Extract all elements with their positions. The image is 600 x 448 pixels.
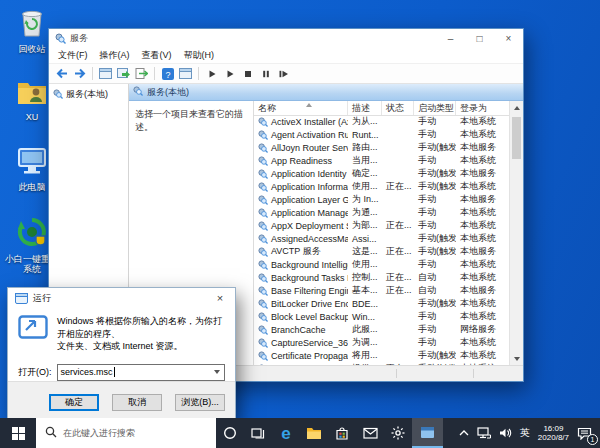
cancel-button[interactable]: 取消	[112, 394, 162, 411]
column-header-0[interactable]: 名称	[254, 101, 348, 115]
table-row[interactable]: Agent Activation Runtime...Runt...手动本地系统	[254, 128, 510, 141]
table-row[interactable]: AppX Deployment Servic...为部...正在...手动本地系…	[254, 219, 510, 232]
ok-button[interactable]: 确定	[49, 394, 99, 411]
table-row[interactable]: Background Tasks Infras...控制...正在...自动本地…	[254, 271, 510, 284]
service-cell: 本地系统	[456, 115, 510, 128]
resume-icon[interactable]	[276, 66, 291, 81]
service-gear-icon	[258, 338, 268, 348]
scroll-up-icon[interactable]	[510, 101, 523, 114]
table-row[interactable]: CaptureService_361b6为调...手动本地系统	[254, 336, 510, 349]
forward-icon[interactable]	[72, 66, 87, 81]
column-header-2[interactable]: 状态	[382, 101, 414, 115]
tray-chevron-up-icon[interactable]	[455, 418, 473, 448]
close-icon[interactable]: ×	[205, 288, 235, 308]
column-header-3[interactable]: 启动类型	[414, 101, 456, 115]
services-node-icon	[133, 86, 143, 98]
run-message: Windows 将根据你所输入的名称，为你打开相应的程序、 文件夹、文档或 In…	[57, 315, 225, 353]
volume-icon[interactable]	[495, 418, 516, 448]
help-icon[interactable]: ?	[160, 66, 175, 81]
ime-language-indicator[interactable]: 英	[516, 418, 534, 448]
mail-button[interactable]	[356, 418, 384, 448]
service-cell: 将用...	[348, 349, 382, 362]
services-local-header[interactable]: 服务(本地)	[129, 84, 523, 101]
stop-icon[interactable]	[240, 66, 255, 81]
taskbar-services-app-button[interactable]	[412, 418, 443, 448]
this-pc-icon	[16, 146, 48, 180]
menu-item-0[interactable]: 文件(F)	[53, 49, 93, 62]
table-row[interactable]: ActiveX Installer (AxInstSV)为从...手动本地系统	[254, 115, 510, 128]
minimize-icon[interactable]: –	[436, 29, 465, 48]
console-icon[interactable]	[178, 66, 193, 81]
menu-item-3[interactable]: 帮助(H)	[179, 49, 220, 62]
table-row[interactable]: Application Layer Gatewa...为 In...手动本地服务	[254, 193, 510, 206]
service-name-cell: App Readiness	[254, 156, 348, 166]
start-button[interactable]	[0, 418, 36, 448]
settings-button[interactable]	[384, 418, 412, 448]
table-row[interactable]: Certificate Propagation将用...手动(触发...本地系统	[254, 349, 510, 362]
play-icon[interactable]	[222, 66, 237, 81]
cortana-button[interactable]	[216, 418, 244, 448]
services-app-icon	[55, 33, 66, 44]
pause-icon[interactable]	[258, 66, 273, 81]
table-row[interactable]: App Readiness当用...手动本地系统	[254, 154, 510, 167]
network-icon[interactable]	[473, 418, 495, 448]
table-row[interactable]: AllJoyn Router Service路由...手动(触发...本地服务	[254, 141, 510, 154]
tree-item-services-local[interactable]: 服务(本地)	[49, 87, 128, 102]
service-gear-icon	[258, 117, 268, 127]
sort-ascending-icon	[306, 103, 312, 107]
service-cell: 本地服务	[456, 284, 510, 297]
vertical-scrollbar[interactable]	[509, 101, 523, 365]
table-row[interactable]: Application Management为通...手动本地系统	[254, 206, 510, 219]
combo-dropdown-icon[interactable]	[210, 365, 224, 380]
service-cell: 手动	[414, 310, 456, 323]
services-titlebar[interactable]: 服务 – □ ×	[49, 29, 523, 48]
service-cell: 手动	[414, 128, 456, 141]
play-icon[interactable]	[204, 66, 219, 81]
table-row[interactable]: AssignedAccessManager...Assi...手动(触发...本…	[254, 232, 510, 245]
svg-text:?: ?	[165, 69, 170, 79]
column-header-1[interactable]: 描述	[348, 101, 382, 115]
service-cell: 本地系统	[456, 232, 510, 245]
browse-button[interactable]: 浏览(B)...	[175, 394, 225, 411]
run-dialog-icon	[18, 315, 48, 353]
scroll-down-icon[interactable]	[510, 352, 523, 365]
service-cell: 使用...	[348, 180, 382, 193]
task-view-button[interactable]	[244, 418, 272, 448]
maximize-icon[interactable]: □	[465, 29, 494, 48]
service-cell: 本地服务	[456, 167, 510, 180]
service-cell: 手动	[414, 336, 456, 349]
service-cell: 正在...	[382, 245, 414, 258]
service-name-cell: Application Information	[254, 182, 348, 192]
file-explorer-button[interactable]	[300, 418, 328, 448]
service-cell: 本地系统	[456, 154, 510, 167]
back-icon[interactable]	[54, 66, 69, 81]
menu-item-2[interactable]: 查看(V)	[137, 49, 177, 62]
column-header-4[interactable]: 登录为	[456, 101, 510, 115]
snapin-icon[interactable]	[116, 66, 131, 81]
table-row[interactable]: Application Information使用...正在...手动(触发..…	[254, 180, 510, 193]
run-titlebar[interactable]: 运行 ×	[8, 288, 235, 308]
table-row[interactable]: BitLocker Drive Encryptio...BDE...手动(触发.…	[254, 297, 510, 310]
table-row[interactable]: Base Filtering Engine基本...正在...自动本地服务	[254, 284, 510, 297]
action-center-button[interactable]: 1	[573, 418, 600, 448]
service-name-cell: Agent Activation Runtime...	[254, 130, 348, 140]
microsoft-store-button[interactable]	[328, 418, 356, 448]
menu-item-1[interactable]: 操作(A)	[95, 49, 135, 62]
service-cell: 自动	[414, 284, 456, 297]
edge-button[interactable]: e	[272, 418, 300, 448]
close-icon[interactable]: ×	[494, 29, 523, 48]
scroll-thumb[interactable]	[512, 117, 521, 159]
console-icon[interactable]	[98, 66, 113, 81]
service-gear-icon	[258, 312, 268, 322]
search-input[interactable]: 在此键入进行搜索	[36, 418, 216, 448]
search-placeholder: 在此键入进行搜索	[63, 427, 135, 440]
table-row[interactable]: Block Level Backup Engi...Win...手动本地系统	[254, 310, 510, 323]
table-row[interactable]: AVCTP 服务这是...正在...手动(触发...本地服务	[254, 245, 510, 258]
taskbar-clock[interactable]: 16:09 2020/8/7	[534, 418, 573, 448]
table-row[interactable]: BranchCache此服...手动网络服务	[254, 323, 510, 336]
run-command-input[interactable]: services.msc	[57, 364, 226, 381]
table-row[interactable]: Application Identity确定...手动(触发...本地服务	[254, 167, 510, 180]
table-row[interactable]: Background Intelligent T...使用...手动本地系统	[254, 258, 510, 271]
export-icon[interactable]	[134, 66, 149, 81]
services-node-icon	[53, 89, 63, 101]
